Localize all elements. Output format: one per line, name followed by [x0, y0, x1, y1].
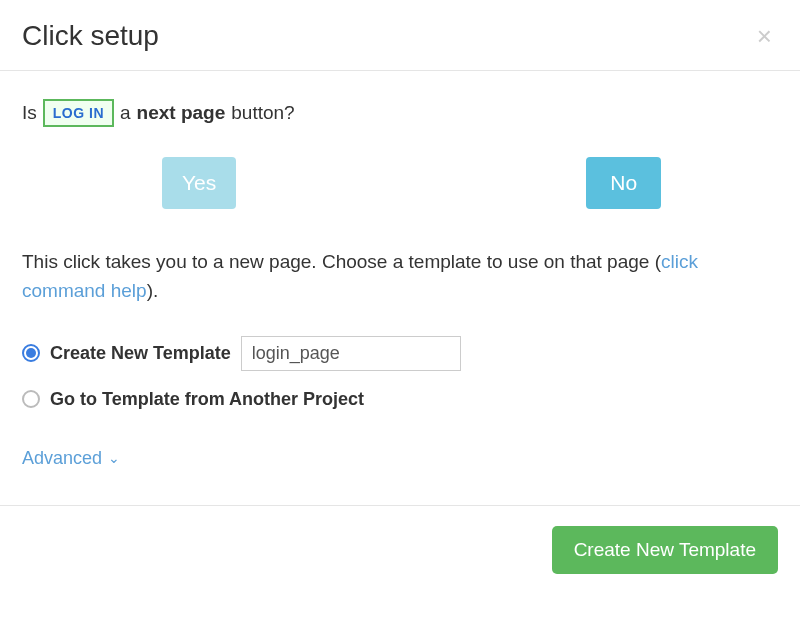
advanced-label: Advanced — [22, 448, 102, 469]
description-main: This click takes you to a new page. Choo… — [22, 251, 661, 272]
go-to-template-radio[interactable] — [22, 390, 40, 408]
go-to-template-label: Go to Template from Another Project — [50, 389, 364, 410]
question-suffix: button? — [231, 102, 294, 124]
description-end: ). — [147, 280, 159, 301]
yes-button[interactable]: Yes — [162, 157, 236, 209]
chevron-down-icon: ⌄ — [108, 450, 120, 466]
question-prefix: Is — [22, 102, 37, 124]
question-mid: a — [120, 102, 131, 124]
description-text: This click takes you to a new page. Choo… — [22, 247, 778, 306]
question-text: Is LOG IN a next page button? — [22, 99, 778, 127]
modal-title: Click setup — [22, 20, 159, 52]
advanced-toggle[interactable]: Advanced ⌄ — [22, 448, 778, 469]
create-new-template-button[interactable]: Create New Template — [552, 526, 778, 574]
close-icon[interactable]: × — [751, 23, 778, 49]
target-element-badge: LOG IN — [43, 99, 114, 127]
create-new-template-label: Create New Template — [50, 343, 231, 364]
template-name-input[interactable] — [241, 336, 461, 371]
no-button[interactable]: No — [586, 157, 661, 209]
create-new-template-radio[interactable] — [22, 344, 40, 362]
question-bold: next page — [137, 102, 226, 124]
